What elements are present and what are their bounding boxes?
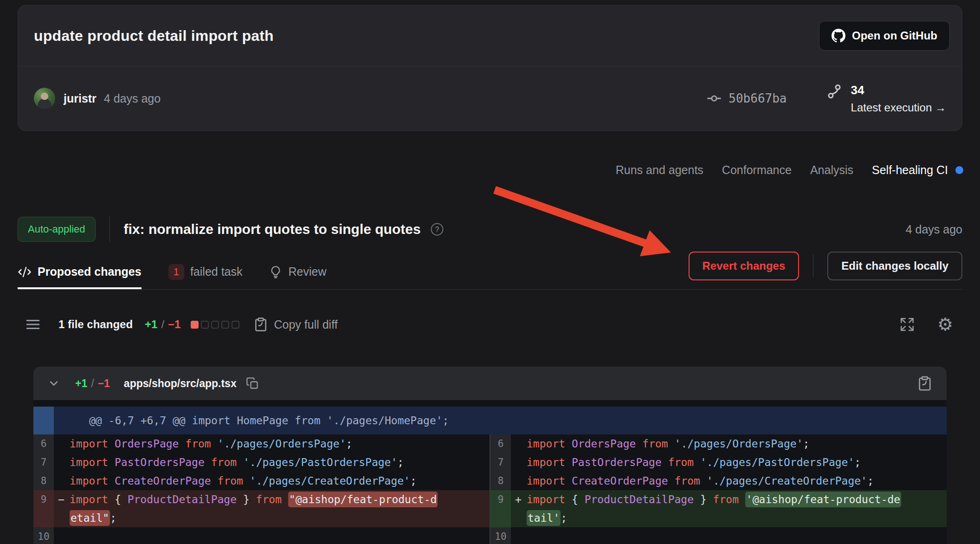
commit-meta-row: juristr 4 days ago 50b667ba 34 Latest ex…: [18, 66, 962, 130]
fix-actions: Revert changes Edit changes locally: [689, 252, 963, 280]
diff-panel-new: 6import OrdersPage from './pages/OrdersP…: [490, 434, 947, 544]
commit-sha-link[interactable]: 50b667ba: [706, 91, 787, 106]
diff-card: +1 / −1 apps/shop/src/app.tsx @@ -6,7 +6…: [33, 367, 947, 544]
code-line: import OrdersPage from './pages/OrdersPa…: [527, 434, 942, 453]
nav-self-healing-ci[interactable]: Self-healing CI: [872, 163, 963, 177]
nav-runs-and-agents[interactable]: Runs and agents: [616, 163, 703, 177]
diff-block: [211, 321, 219, 329]
hunk-header-row: @@ -6,7 +6,7 @@ import HomePage from './…: [33, 407, 947, 434]
fix-header-row: Auto-applied fix: normalize import quote…: [18, 210, 962, 249]
latest-execution-link[interactable]: Latest execution →: [851, 101, 946, 114]
self-healing-ci-page: { "header": { "title": "update product d…: [0, 0, 980, 544]
diff-file-header: +1 / −1 apps/shop/src/app.tsx: [33, 367, 947, 400]
tab-review[interactable]: Review: [269, 254, 326, 289]
diff-panel-old: 6import OrdersPage from './pages/OrdersP…: [33, 434, 490, 544]
spacer: [33, 400, 947, 407]
line-number: 7: [490, 453, 511, 472]
commit-card: update product detail import path Open o…: [18, 5, 962, 131]
section-nav: Runs and agents Conformance Analysis Sel…: [616, 163, 963, 177]
open-on-github-button[interactable]: Open on GitHub: [819, 21, 950, 51]
commit-age: 4 days ago: [104, 92, 161, 105]
clipboard-icon: [253, 317, 268, 332]
code-line: import { ProductDetailPage } from "@aish…: [70, 490, 485, 509]
diff-row-new-6: 6import OrdersPage from './pages/OrdersP…: [490, 434, 947, 453]
nav-analysis[interactable]: Analysis: [810, 163, 853, 177]
files-changed-label: 1 file changed: [58, 318, 133, 331]
code-line: import PastOrdersPage from './pages/Past…: [70, 453, 485, 472]
code-line: [527, 527, 942, 544]
copy-full-diff-button[interactable]: Copy full diff: [253, 317, 337, 332]
hunk-header-text: @@ -6,7 +6,7 @@ import HomePage from './…: [54, 407, 449, 434]
file-diffstat: +1 / −1: [75, 377, 110, 390]
divider: [813, 255, 813, 277]
diff-row-old-10: 10: [33, 527, 490, 544]
gear-icon[interactable]: ⚙: [937, 316, 953, 333]
active-nav-dot: [955, 166, 963, 174]
divider: [110, 216, 110, 242]
svg-text:?: ?: [435, 226, 439, 233]
diff-marker: +: [515, 490, 522, 509]
diff-row-old-9: 9−import { ProductDetailPage } from "@ai…: [33, 490, 490, 527]
additions-count: +1: [145, 318, 157, 331]
code-line: import PastOrdersPage from './pages/Past…: [527, 453, 942, 472]
line-number: 10: [33, 527, 54, 544]
tab-proposed-changes[interactable]: Proposed changes: [18, 254, 142, 289]
diff-row-new-7: 7import PastOrdersPage from './pages/Pas…: [490, 453, 947, 472]
avatar: [34, 88, 55, 109]
line-number: 9: [33, 490, 54, 527]
page-title: update product detail import path: [34, 27, 274, 45]
diff-row-old-8: 8import CreateOrderPage from './pages/Cr…: [33, 472, 490, 490]
tab-failed-task[interactable]: 1 failed task: [168, 254, 243, 289]
file-list-menu-icon[interactable]: [25, 317, 41, 332]
edit-changes-locally-button[interactable]: Edit changes locally: [827, 252, 962, 280]
revert-changes-button[interactable]: Revert changes: [689, 252, 799, 280]
diffstat-summary: +1 / −1: [145, 318, 181, 331]
diffstat-blocks: [191, 321, 239, 329]
fix-title: fix: normalize import quotes to single q…: [124, 221, 421, 237]
failed-count-badge: 1: [168, 264, 184, 280]
commit-sha: 50b667ba: [729, 91, 787, 105]
git-branch-icon: [826, 83, 843, 100]
copy-file-diff-icon[interactable]: [917, 376, 933, 391]
fix-tabs: Proposed changes 1 failed task Review Re…: [18, 254, 962, 290]
code-line: import CreateOrderPage from './pages/Cre…: [527, 472, 942, 490]
execution-number: 34: [851, 83, 946, 97]
commit-card-header: update product detail import path Open o…: [18, 6, 962, 66]
diff-marker: −: [58, 490, 64, 509]
copy-path-icon[interactable]: [246, 377, 259, 390]
fix-age: 4 days ago: [906, 223, 962, 236]
deletions-count: −1: [168, 318, 181, 331]
help-icon[interactable]: ?: [430, 222, 444, 236]
line-number: 9: [490, 490, 511, 527]
diff-panels: 6import OrdersPage from './pages/OrdersP…: [33, 434, 947, 544]
code-line: import CreateOrderPage from './pages/Cre…: [70, 472, 485, 490]
line-number: 6: [33, 434, 54, 453]
diff-row-old-7: 7import PastOrdersPage from './pages/Pas…: [33, 453, 490, 472]
code-line: [70, 527, 485, 544]
code-line: tail';: [527, 509, 942, 527]
expand-icon[interactable]: [899, 317, 915, 332]
chevron-down-icon[interactable]: [47, 377, 60, 390]
line-number: 10: [490, 527, 511, 544]
github-icon: [832, 29, 845, 43]
diff-block: [201, 321, 209, 329]
diff-block: [221, 321, 229, 329]
lightbulb-icon: [269, 266, 282, 278]
nav-conformance[interactable]: Conformance: [722, 163, 792, 177]
diff-toolbar: 1 file changed +1 / −1 Copy full diff ⚙: [18, 306, 962, 343]
diff-row-new-10: 10: [490, 527, 947, 544]
line-number: 6: [490, 434, 511, 453]
code-icon: [18, 265, 32, 279]
code-line: import OrdersPage from './pages/OrdersPa…: [70, 434, 485, 453]
diff-row-new-9: 9+import { ProductDetailPage } from '@ai…: [490, 490, 947, 527]
diff-row-new-8: 8import CreateOrderPage from './pages/Cr…: [490, 472, 947, 490]
auto-applied-badge: Auto-applied: [18, 217, 96, 242]
diff-block-filled: [191, 321, 199, 329]
arrow-right-icon: →: [935, 101, 946, 114]
code-line: etail";: [70, 509, 485, 527]
line-number: 7: [33, 453, 54, 472]
code-line: import { ProductDetailPage } from '@aish…: [527, 490, 942, 509]
git-commit-icon: [706, 91, 722, 106]
commit-author: juristr: [64, 92, 97, 105]
latest-execution-group: 34 Latest execution →: [826, 83, 946, 114]
